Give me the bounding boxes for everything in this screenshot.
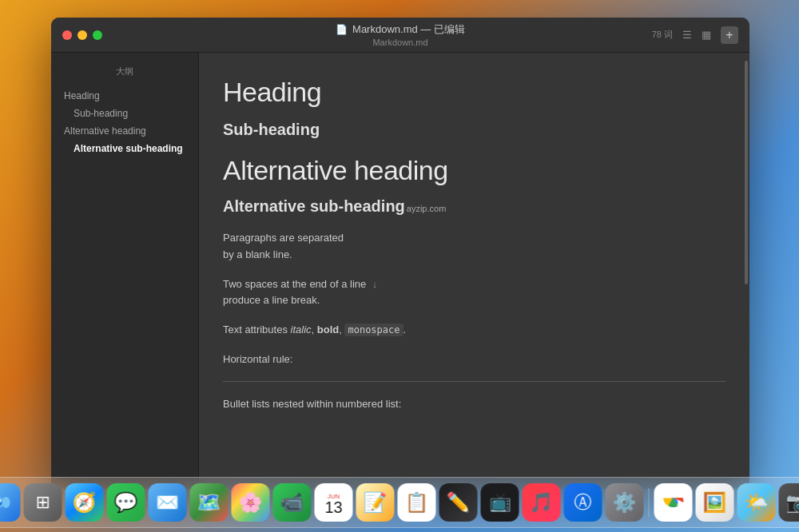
para3-comma: ,: [312, 324, 317, 335]
paragraph-1: Paragraphs are separated by a blank line…: [223, 230, 725, 264]
title-center: 📄 Markdown.md — 已编辑 Markdown.md: [336, 22, 465, 47]
sidebar-item-alt-subheading[interactable]: Alternative sub-heading: [51, 140, 198, 157]
main-content[interactable]: Heading Sub-heading Alternative heading …: [199, 53, 749, 489]
list-icon[interactable]: ☰: [681, 29, 694, 42]
heading-h1-alt: Alternative heading: [223, 155, 725, 186]
dock-mail[interactable]: ✉️: [149, 483, 187, 522]
sidebar: 大纲 Heading Sub-heading Alternative headi…: [51, 53, 199, 489]
word-count: 78 词: [652, 29, 673, 41]
dock-settings[interactable]: ⚙️: [606, 483, 644, 522]
para2-line2: produce a line break.: [223, 294, 320, 306]
toolbar-icons: ☰ ▦: [681, 29, 713, 42]
app-window: 📄 Markdown.md — 已编辑 Markdown.md 78 词 ☰ ▦…: [51, 18, 749, 489]
dock-facetime[interactable]: 📹: [273, 483, 312, 522]
sidebar-item-alt-heading[interactable]: Alternative heading: [51, 122, 198, 140]
para3-suffix: .: [403, 324, 407, 335]
sidebar-title: 大纲: [51, 62, 198, 87]
svg-point-3: [2, 497, 10, 508]
para1-line2: by a blank line.: [223, 248, 292, 260]
add-button[interactable]: +: [721, 26, 738, 44]
minimize-button[interactable]: [78, 30, 87, 40]
arrow-icon: ↓: [372, 278, 378, 290]
document-icon: 📄: [336, 24, 348, 35]
heading-h2-alt-text: Alternative sub-heading: [223, 197, 405, 216]
dock: ⊞ 🧭 💬 ✉️ 🗺️ 🌸 📹 JUN 13 📝 📋 ✏️ 📺: [0, 477, 799, 528]
maximize-button[interactable]: [93, 30, 102, 40]
paragraph-2: Two spaces at the end of a line ↓ produc…: [223, 276, 725, 310]
title-main: 📄 Markdown.md — 已编辑: [336, 22, 465, 37]
dock-appstore[interactable]: Ⓐ: [564, 483, 602, 522]
dock-launchpad[interactable]: ⊞: [24, 483, 62, 522]
para3-prefix: Text attributes: [223, 324, 291, 335]
content-area: 大纲 Heading Sub-heading Alternative headi…: [51, 53, 749, 489]
sidebar-icon[interactable]: ▦: [700, 29, 713, 42]
window-title: Markdown.md — 已编辑: [352, 22, 465, 37]
heading-h1: Heading: [223, 77, 725, 108]
para3-mono: monospace: [344, 324, 403, 336]
dock-maps[interactable]: 🗺️: [190, 483, 229, 522]
dock-finder[interactable]: [0, 483, 21, 522]
calendar-date: 13: [315, 498, 353, 517]
watermark: ayzip.com: [407, 204, 447, 213]
dock-chrome[interactable]: [654, 483, 693, 522]
dock-weather[interactable]: 🌤️: [737, 483, 776, 522]
dock-photos[interactable]: 🌸: [232, 483, 270, 522]
dock-messages[interactable]: 💬: [107, 483, 145, 522]
dock-appletv[interactable]: 📺: [481, 483, 519, 522]
para3-bold: bold: [317, 324, 339, 335]
sidebar-item-heading[interactable]: Heading: [51, 87, 198, 105]
title-bar: 📄 Markdown.md — 已编辑 Markdown.md 78 词 ☰ ▦…: [51, 18, 749, 53]
horizontal-rule: [223, 381, 725, 382]
dock-freeform[interactable]: ✏️: [439, 483, 478, 522]
dock-safari[interactable]: 🧭: [66, 483, 104, 522]
dock-notes[interactable]: 📝: [356, 483, 395, 522]
traffic-lights: [62, 30, 102, 40]
title-right: 78 词 ☰ ▦ +: [652, 26, 738, 44]
paragraph-4: Horizontal rule:: [223, 351, 725, 368]
close-button[interactable]: [62, 30, 72, 40]
sidebar-item-subheading[interactable]: Sub-heading: [51, 105, 198, 122]
scrollbar-thumb[interactable]: [745, 61, 748, 284]
dock-reminders[interactable]: 📋: [398, 483, 436, 522]
dock-calendar[interactable]: JUN 13: [315, 483, 353, 522]
para2-line1: Two spaces at the end of a line: [223, 278, 366, 290]
dock-preview[interactable]: 🖼️: [696, 483, 734, 522]
dock-music[interactable]: 🎵: [523, 483, 561, 522]
paragraph-3: Text attributes italic, bold, monospace.: [223, 322, 725, 339]
dock-divider: [649, 488, 650, 517]
window-subtitle: Markdown.md: [372, 38, 427, 47]
para3-italic: italic: [291, 324, 312, 335]
scrollbar[interactable]: [743, 53, 749, 489]
para1-line1: Paragraphs are separated: [223, 232, 344, 244]
heading-h2-alt: Alternative sub-headingayzip.com: [223, 197, 725, 216]
paragraph-5: Bullet lists nested within numbered list…: [223, 396, 725, 413]
heading-h2: Sub-heading: [223, 121, 725, 139]
dock-photos2[interactable]: 📷: [779, 483, 800, 522]
